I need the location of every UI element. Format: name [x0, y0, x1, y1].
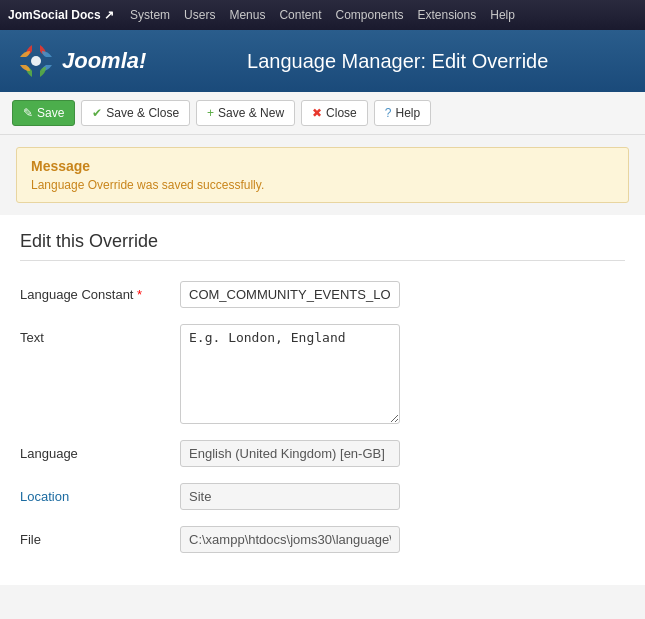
brand-link[interactable]: JomSocial Docs ↗ — [8, 8, 114, 22]
language-input[interactable] — [180, 440, 400, 467]
nav-users[interactable]: Users — [184, 8, 215, 22]
text-label: Text — [20, 324, 180, 345]
nav-system[interactable]: System — [130, 8, 170, 22]
message-text: Language Override was saved successfully… — [31, 178, 614, 192]
save-close-button[interactable]: ✔ Save & Close — [81, 100, 190, 126]
language-row: Language — [20, 440, 625, 467]
joomla-logo-text: Joomla! — [62, 48, 146, 74]
nav-components[interactable]: Components — [335, 8, 403, 22]
location-input[interactable] — [180, 483, 400, 510]
required-indicator: * — [137, 287, 142, 302]
joomla-logo: Joomla! — [16, 41, 146, 81]
close-icon: ✖ — [312, 106, 322, 120]
top-navigation: JomSocial Docs ↗ System Users Menus Cont… — [0, 0, 645, 30]
language-constant-row: Language Constant * — [20, 281, 625, 308]
nav-help[interactable]: Help — [490, 8, 515, 22]
location-label: Location — [20, 483, 180, 504]
location-row: Location — [20, 483, 625, 510]
text-row: Text — [20, 324, 625, 424]
plus-icon: + — [207, 106, 214, 120]
nav-content[interactable]: Content — [279, 8, 321, 22]
nav-extensions[interactable]: Extensions — [418, 8, 477, 22]
main-content: Edit this Override Language Constant * T… — [0, 215, 645, 585]
message-box: Message Language Override was saved succ… — [16, 147, 629, 203]
edit-form: Language Constant * Text Language Locati… — [20, 281, 625, 553]
help-button[interactable]: ? Help — [374, 100, 431, 126]
language-constant-label: Language Constant * — [20, 281, 180, 302]
nav-menus[interactable]: Menus — [229, 8, 265, 22]
joomla-star-icon — [16, 41, 56, 81]
file-input — [180, 526, 400, 553]
file-label: File — [20, 526, 180, 547]
message-title: Message — [31, 158, 614, 174]
text-textarea[interactable] — [180, 324, 400, 424]
language-label: Language — [20, 440, 180, 461]
svg-point-0 — [31, 56, 41, 66]
checkmark-icon: ✔ — [92, 106, 102, 120]
header-bar: Joomla! Language Manager: Edit Override — [0, 30, 645, 92]
language-constant-input[interactable] — [180, 281, 400, 308]
page-title: Language Manager: Edit Override — [166, 50, 629, 73]
file-row: File — [20, 526, 625, 553]
section-title: Edit this Override — [20, 231, 625, 261]
save-button[interactable]: ✎ Save — [12, 100, 75, 126]
close-button[interactable]: ✖ Close — [301, 100, 368, 126]
save-icon: ✎ — [23, 106, 33, 120]
save-new-button[interactable]: + Save & New — [196, 100, 295, 126]
help-icon: ? — [385, 106, 392, 120]
toolbar: ✎ Save ✔ Save & Close + Save & New ✖ Clo… — [0, 92, 645, 135]
